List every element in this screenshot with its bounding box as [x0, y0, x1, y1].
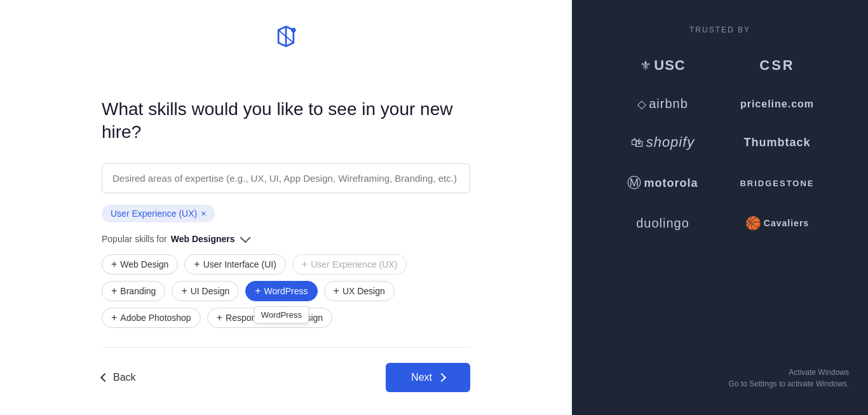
skill-label: UX Design: [342, 286, 385, 296]
cavaliers-text: Cavaliers: [764, 218, 809, 228]
tag-label: User Experience (UX): [111, 208, 197, 219]
plus-icon: +: [334, 286, 339, 296]
logo-priceline: priceline.com: [726, 97, 828, 111]
nav-buttons: Back Next: [102, 363, 470, 392]
skill-label: WordPress: [264, 286, 308, 296]
priceline-text: priceline.com: [740, 99, 814, 110]
skill-chip-ux-design[interactable]: + UX Design: [324, 281, 395, 301]
usc-text: USC: [654, 57, 685, 74]
right-panel: TRUSTED BY ⚜ USC CSR ◇ airbnb priceline.…: [572, 0, 868, 415]
skill-chip-ux-disabled: + User Experience (UX): [292, 254, 407, 275]
activate-windows: Activate Windows Go to Settings to activ…: [591, 354, 849, 390]
shopify-icon: 🛍: [631, 135, 644, 150]
logo-thumbtack: Thumbtack: [726, 134, 828, 151]
plus-icon: +: [255, 286, 261, 296]
chevron-down-icon[interactable]: [240, 232, 250, 243]
skill-label: UI Design: [191, 286, 229, 296]
back-label: Back: [113, 372, 136, 383]
selected-tags: User Experience (UX) ×: [102, 205, 470, 222]
skill-chip-branding[interactable]: + Branding: [102, 281, 165, 301]
thumbtack-text: Thumbtack: [743, 136, 810, 149]
plus-icon: +: [111, 259, 117, 269]
skill-chip-web-design[interactable]: + Web Design: [102, 254, 178, 275]
wordpress-tooltip: WordPress: [254, 306, 309, 323]
main-content: What skills would you like to see in you…: [102, 98, 470, 392]
plus-icon: +: [194, 259, 200, 269]
bridgestone-text: BRIDGESTONE: [740, 179, 814, 188]
skill-label: Branding: [120, 286, 156, 296]
plus-icon: +: [111, 286, 117, 296]
plus-icon: +: [217, 313, 222, 323]
duolingo-text: duolingo: [636, 216, 689, 231]
back-chevron-icon: [100, 373, 109, 382]
csr-text: CSR: [759, 57, 794, 74]
skill-chip-ui-design[interactable]: + UI Design: [172, 281, 239, 301]
skill-label: User Experience (UX): [311, 259, 397, 269]
trusted-by-label: TRUSTED BY: [689, 25, 750, 34]
activate-sub: Go to Settings to activate Windows.: [591, 378, 849, 390]
left-panel: What skills would you like to see in you…: [0, 0, 572, 415]
skill-label: User Interface (UI): [203, 259, 276, 269]
activate-title: Activate Windows: [591, 367, 849, 378]
skill-label: Web Design: [120, 259, 168, 269]
logo: [270, 25, 302, 60]
cavaliers-icon: 🏀: [745, 215, 761, 231]
airbnb-icon: ◇: [637, 97, 646, 111]
motorola-icon: Ⓜ: [627, 173, 641, 193]
shopify-text: shopify: [646, 134, 695, 151]
skill-chip-wordpress[interactable]: + WordPress WordPress: [245, 281, 317, 301]
next-chevron-icon: [437, 373, 446, 382]
svg-point-0: [291, 28, 295, 32]
logo-csr: CSR: [726, 57, 828, 74]
back-button[interactable]: Back: [102, 365, 136, 390]
logos-grid: ⚜ USC CSR ◇ airbnb priceline.com 🛍 shopi…: [612, 57, 828, 231]
skills-search-input[interactable]: [102, 163, 470, 193]
logo-bridgestone: BRIDGESTONE: [726, 173, 828, 193]
skills-grid: + Web Design + User Interface (UI) + Use…: [102, 254, 470, 328]
motorola-text: motorola: [644, 177, 698, 190]
skill-chip-adobe-photoshop[interactable]: + Adobe Photoshop: [102, 308, 201, 328]
logo-motorola: Ⓜ motorola: [612, 173, 714, 193]
tag-remove-button[interactable]: ×: [201, 209, 206, 218]
plus-icon: +: [111, 313, 117, 323]
role-name: Web Designers: [171, 234, 235, 244]
next-button[interactable]: Next: [386, 363, 470, 392]
tag-ux: User Experience (UX) ×: [102, 205, 215, 222]
logo-shopify: 🛍 shopify: [612, 134, 714, 151]
logo-usc: ⚜ USC: [612, 57, 714, 74]
next-label: Next: [411, 372, 432, 383]
popular-skills-label: Popular skills for: [102, 234, 167, 244]
skill-label: Adobe Photoshop: [120, 313, 191, 323]
airbnb-text: airbnb: [649, 97, 688, 111]
logo-cavaliers: 🏀 Cavaliers: [726, 215, 828, 231]
skill-chip-ui[interactable]: + User Interface (UI): [184, 254, 285, 275]
page-heading: What skills would you like to see in you…: [102, 98, 470, 144]
popular-skills-header: Popular skills for Web Designers: [102, 234, 470, 244]
divider: [102, 347, 470, 348]
logo-duolingo: duolingo: [612, 215, 714, 231]
plus-icon: +: [181, 286, 187, 296]
plus-icon: +: [302, 259, 308, 269]
usc-icon: ⚜: [640, 58, 651, 73]
logo-airbnb: ◇ airbnb: [612, 97, 714, 111]
